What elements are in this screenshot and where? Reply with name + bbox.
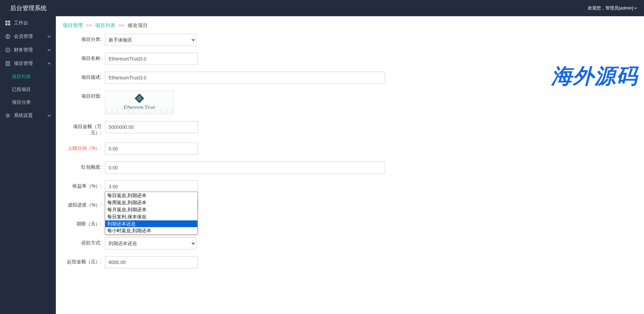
chevron-up-icon	[47, 62, 51, 65]
sidebar-item-dashboard[interactable]: 工作台	[0, 16, 56, 30]
user-menu[interactable]: 欢迎您，管理员[admin]	[588, 5, 637, 11]
main-content: 项目管理 >> 项目列表 >> 修改项目 项目分类: 新手体验区 项目名称:	[56, 16, 644, 314]
label-min: 起投金额（元）:	[63, 256, 105, 265]
project-icon	[5, 61, 10, 66]
sidebar-sub-project-cat[interactable]: 项目分类	[0, 96, 56, 109]
repay-option[interactable]: 到期还本还息	[105, 220, 197, 227]
chevron-down-icon	[634, 6, 637, 10]
repay-option[interactable]: 每日返息,到期还本	[105, 192, 197, 199]
label-repay: 还款方式:	[63, 237, 105, 246]
redpack-input[interactable]	[105, 162, 385, 174]
svg-rect-2	[5, 23, 7, 25]
label-yield: 收益率（%）:	[63, 180, 105, 189]
breadcrumb-link-1[interactable]: 项目管理	[63, 22, 83, 28]
breadcrumb-current: 修改项目	[128, 22, 148, 28]
amount-input[interactable]	[105, 121, 198, 133]
category-select[interactable]: 新手体验区	[105, 34, 196, 46]
svg-rect-0	[5, 21, 7, 23]
name-input[interactable]	[105, 53, 198, 65]
label-commission: 上级分润（%）:	[63, 143, 105, 151]
gear-icon	[5, 113, 10, 118]
repay-option[interactable]: 每月返息,到期还本	[105, 206, 197, 213]
chevron-down-icon	[47, 48, 51, 52]
cover-decoration	[105, 108, 174, 114]
sidebar-label: 项目管理	[14, 61, 33, 67]
user-icon	[5, 34, 10, 39]
sidebar-label: 系统设置	[14, 113, 33, 119]
breadcrumb: 项目管理 >> 项目列表 >> 修改项目	[56, 16, 644, 34]
svg-rect-1	[8, 21, 10, 23]
chevron-down-icon	[47, 35, 51, 38]
svg-point-12	[7, 115, 9, 117]
dashboard-icon	[5, 20, 10, 26]
breadcrumb-sep: >>	[118, 22, 125, 28]
breadcrumb-sep: >>	[86, 22, 92, 28]
label-category: 项目分类:	[63, 34, 105, 43]
sidebar: 工作台 会员管理 ¥ 财务管理	[0, 16, 56, 314]
repay-option[interactable]: 每日复利,保本保息	[105, 213, 197, 220]
svg-line-18	[9, 117, 10, 118]
repay-dropdown-listbox[interactable]: 每日返息,到期还本每周返息,到期还本每月返息,到期还本每日复利,保本保息到期还本…	[105, 192, 198, 235]
label-name: 项目名称:	[63, 53, 105, 62]
min-input[interactable]	[105, 256, 198, 268]
label-desc: 项目描述:	[63, 72, 105, 80]
sidebar-item-members[interactable]: 会员管理	[0, 30, 56, 43]
chevron-down-icon	[47, 114, 51, 117]
repay-option[interactable]: 每小时返息,到期还本	[105, 227, 197, 234]
label-redpack: 红包额度:	[63, 162, 105, 170]
repay-select[interactable]: 到期还本还息	[105, 237, 196, 249]
welcome-text: 欢迎您，管理员[admin]	[588, 5, 633, 11]
sidebar-label: 会员管理	[14, 33, 33, 40]
svg-line-19	[6, 117, 7, 118]
label-progress: 虚拟进度（%）:	[63, 199, 105, 208]
sidebar-label: 财务管理	[14, 47, 33, 53]
sidebar-item-finance[interactable]: ¥ 财务管理	[0, 43, 56, 57]
yield-input[interactable]	[105, 180, 198, 193]
svg-line-17	[6, 114, 7, 115]
commission-input[interactable]	[105, 143, 198, 155]
svg-text:¥: ¥	[7, 49, 9, 52]
app-title: 后台管理系统	[10, 4, 47, 12]
svg-rect-3	[8, 23, 10, 25]
cover-upload[interactable]: Ethereum Trust	[105, 91, 174, 114]
label-amount: 项目金额（万元）:	[63, 121, 105, 136]
sidebar-sub-invested[interactable]: 已投项目	[0, 83, 56, 96]
finance-icon: ¥	[5, 47, 10, 53]
sidebar-submenu-projects: 项目列表 已投项目 项目分类	[0, 70, 56, 109]
header-bar: 后台管理系统 欢迎您，管理员[admin]	[0, 0, 644, 16]
label-term: 期限（天）:	[63, 218, 105, 227]
desc-input[interactable]	[105, 72, 385, 84]
svg-point-5	[7, 35, 8, 37]
sidebar-label: 工作台	[14, 20, 28, 26]
sidebar-item-projects[interactable]: 项目管理	[0, 57, 56, 70]
sidebar-item-settings[interactable]: 系统设置	[0, 109, 56, 122]
breadcrumb-link-2[interactable]: 项目列表	[95, 22, 115, 28]
svg-line-20	[9, 114, 10, 115]
label-cover: 项目封面:	[63, 91, 105, 99]
sidebar-sub-project-list[interactable]: 项目列表	[0, 70, 56, 83]
repay-option[interactable]: 每周返息,到期还本	[105, 199, 197, 206]
